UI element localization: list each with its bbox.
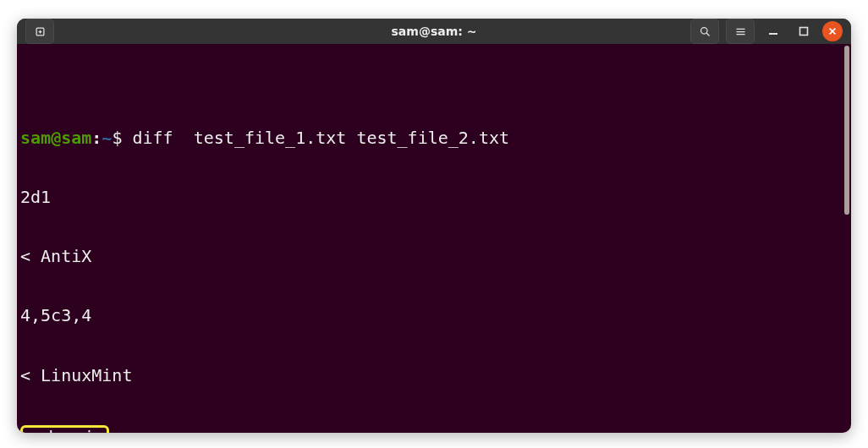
svg-line-4 <box>706 33 709 36</box>
prompt-user: sam <box>20 128 51 148</box>
search-icon <box>699 25 711 38</box>
titlebar: sam@sam: ~ <box>17 19 851 44</box>
output-line: 2d1 <box>20 188 851 207</box>
prompt-line-1: sam@sam:~$ diff test_file_1.txt test_fil… <box>20 128 851 148</box>
scrollbar-thumb[interactable] <box>844 46 849 215</box>
terminal-window: sam@sam: ~ <box>17 19 851 433</box>
menu-button[interactable] <box>726 19 755 44</box>
output-line: 4,5c3,4 <box>20 306 851 325</box>
output-line: < LinuxMint <box>20 366 851 385</box>
output-line: < AntiX <box>20 247 851 266</box>
svg-point-3 <box>700 27 707 34</box>
new-tab-icon <box>34 25 47 38</box>
minimize-icon <box>768 26 778 36</box>
search-button[interactable] <box>690 19 719 44</box>
output-line-highlighted: < deepin <box>20 425 851 433</box>
close-icon <box>828 27 837 36</box>
prompt-path: ~ <box>102 128 112 148</box>
prompt-at: @ <box>51 128 61 148</box>
close-button[interactable] <box>822 21 843 41</box>
terminal-body[interactable]: sam@sam:~$ diff test_file_1.txt test_fil… <box>17 44 851 433</box>
prompt-dollar: $ <box>112 128 122 148</box>
minimize-button[interactable] <box>761 19 785 43</box>
new-tab-button[interactable] <box>25 19 54 44</box>
titlebar-right <box>690 19 843 44</box>
maximize-icon <box>799 26 809 36</box>
command-1: diff test_file_1.txt test_file_2.txt <box>132 128 509 148</box>
maximize-button[interactable] <box>792 19 816 43</box>
output-text: deepin <box>33 427 104 433</box>
yellow-highlight: < deepin <box>20 425 109 433</box>
prompt-colon: : <box>91 128 102 148</box>
svg-rect-9 <box>800 28 808 36</box>
hamburger-icon <box>734 25 747 38</box>
prompt-host: sam <box>61 128 91 148</box>
output-mark: < <box>23 427 33 433</box>
